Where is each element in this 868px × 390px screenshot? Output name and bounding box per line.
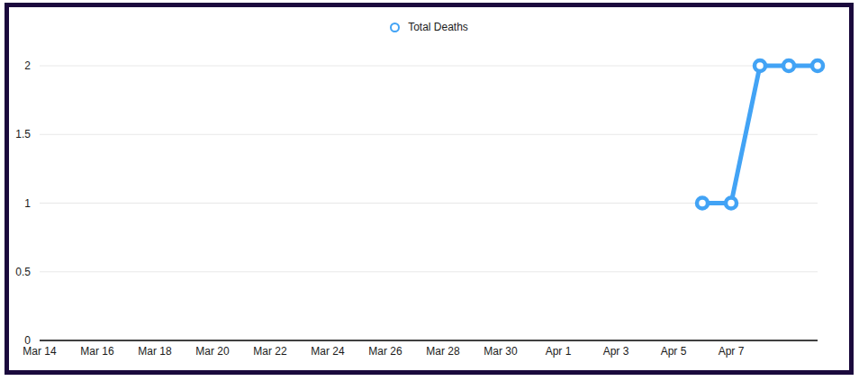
y-tick-label: 1.5 — [15, 128, 31, 141]
line-chart: 00.511.52Mar 14Mar 16Mar 18Mar 20Mar 22M… — [0, 0, 868, 390]
data-point[interactable] — [783, 60, 794, 71]
x-tick-label: Apr 7 — [719, 345, 745, 358]
data-point[interactable] — [697, 198, 708, 209]
y-tick-label: 1 — [24, 197, 31, 210]
data-point[interactable] — [755, 60, 765, 71]
x-tick-label: Mar 22 — [253, 345, 287, 358]
data-point[interactable] — [812, 60, 823, 71]
x-tick-label: Mar 26 — [368, 345, 402, 358]
x-tick-label: Mar 28 — [426, 345, 460, 358]
x-tick-label: Apr 1 — [546, 345, 572, 358]
x-tick-label: Apr 3 — [603, 345, 629, 358]
y-tick-label: 2 — [24, 59, 31, 72]
x-tick-label: Mar 20 — [195, 345, 230, 358]
chart-page: Total Deaths 00.511.52Mar 14Mar 16Mar 18… — [0, 0, 868, 390]
x-tick-label: Mar 30 — [484, 345, 518, 358]
x-tick-label: Mar 14 — [23, 345, 57, 358]
x-tick-label: Mar 18 — [138, 345, 172, 358]
y-tick-label: 0.5 — [15, 266, 31, 278]
x-tick-label: Apr 5 — [661, 345, 687, 358]
x-tick-label: Mar 16 — [80, 345, 114, 358]
data-point[interactable] — [726, 198, 737, 209]
x-tick-label: Mar 24 — [311, 345, 345, 358]
